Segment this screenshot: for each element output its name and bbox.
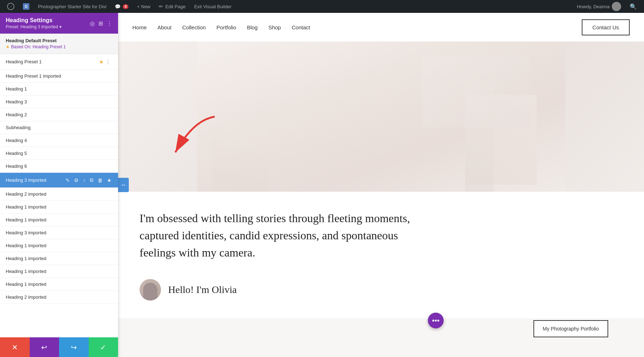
preset-item-label: Subheading xyxy=(6,125,112,130)
preset-item-label: Heading 1 imported xyxy=(6,282,112,287)
delete-icon[interactable]: 🗑 xyxy=(97,177,103,184)
nav-link-portfolio[interactable]: Portfolio xyxy=(216,24,236,30)
preset-item-label: Heading 1 imported xyxy=(6,204,112,210)
preset-item-label: Heading 1 imported xyxy=(6,217,112,222)
preset-item-label: Heading 1 xyxy=(6,86,112,92)
nav-link-about[interactable]: About xyxy=(157,24,171,30)
preset-item-heading-1-imported-3[interactable]: Heading 1 imported xyxy=(0,239,118,252)
website-preview: HomeAboutCollectionPortfolioBlogShopCont… xyxy=(118,13,644,357)
preset-item-label: Heading 6 xyxy=(6,163,112,169)
nav-link-blog[interactable]: Blog xyxy=(247,24,258,30)
svg-text:D: D xyxy=(25,5,27,9)
preset-item-heading-1-imported-5[interactable]: Heading 1 imported xyxy=(0,265,118,278)
preset-item-heading-6[interactable]: Heading 6 xyxy=(0,160,118,173)
site-content: I'm obsessed with telling stories throug… xyxy=(118,192,644,318)
preset-item-label: Heading 3 imported xyxy=(6,177,65,183)
default-star-icon: ★ xyxy=(6,44,10,49)
wordpress-logo[interactable] xyxy=(4,0,18,13)
default-preset-based-on: ★ Based On: Heading Preset 1 xyxy=(6,44,112,49)
preset-item-label: Heading 3 xyxy=(6,99,112,104)
panel-title: Heading Settings xyxy=(6,17,62,24)
preset-item-label: Heading Preset 1 imported xyxy=(6,73,112,79)
preset-item-label: Heading 2 imported xyxy=(6,294,112,300)
favorite-icon[interactable]: ★ xyxy=(106,177,112,184)
save-button[interactable]: ✓ xyxy=(89,337,118,357)
preset-item-heading-preset-1[interactable]: Heading Preset 1★⋮ xyxy=(0,54,118,70)
preset-list: Heading Preset 1★⋮Heading Preset 1 impor… xyxy=(0,54,118,337)
comment-count: 0 xyxy=(123,4,128,9)
user-avatar xyxy=(612,2,621,11)
panel-header-icons: ◎ ⊞ ⋮ xyxy=(90,20,112,27)
nav-links: HomeAboutCollectionPortfolioBlogShopCont… xyxy=(132,24,310,30)
left-panel: Heading Settings Preset: Heading 3 impor… xyxy=(0,13,118,357)
preset-item-label: Heading 2 imported xyxy=(6,191,112,197)
export-icon[interactable]: ↑ xyxy=(82,177,86,184)
portfolio-button[interactable]: My Photography Portfolio xyxy=(533,320,608,337)
preset-dots-menu[interactable]: ⋮ xyxy=(104,58,112,66)
redo-button[interactable]: ↪ xyxy=(59,337,89,357)
undo-button[interactable]: ↩ xyxy=(30,337,59,357)
nav-link-shop[interactable]: Shop xyxy=(268,24,281,30)
bottom-toolbar: ✕ ↩ ↪ ✓ xyxy=(0,337,118,357)
site-navigation: HomeAboutCollectionPortfolioBlogShopCont… xyxy=(118,13,644,41)
preset-item-label: Heading 2 xyxy=(6,112,112,117)
panel-preset-subtitle[interactable]: Preset: Heading 3 imported ▾ xyxy=(6,24,62,29)
nav-link-contact[interactable]: Contact xyxy=(292,24,310,30)
preset-item-label: Heading 1 imported xyxy=(6,269,112,274)
default-preset-title: Heading Default Preset xyxy=(6,38,112,43)
preset-item-heading-3-imported[interactable]: Heading 3 imported✎⚙↑⧉🗑★ xyxy=(0,173,118,188)
preset-item-heading-2[interactable]: Heading 2 xyxy=(0,108,118,121)
preset-item-subheading[interactable]: Subheading xyxy=(0,121,118,134)
preset-item-heading-4[interactable]: Heading 4 xyxy=(0,134,118,147)
preset-item-heading-2-imported-2[interactable]: Heading 2 imported xyxy=(0,291,118,304)
preset-item-label: Heading 1 imported xyxy=(6,243,112,248)
preset-item-heading-preset-1-imported[interactable]: Heading Preset 1 imported xyxy=(0,70,118,83)
olivia-avatar xyxy=(140,279,161,300)
preset-item-heading-1-imported-6[interactable]: Heading 1 imported xyxy=(0,278,118,291)
panel-header: Heading Settings Preset: Heading 3 impor… xyxy=(0,13,118,34)
preset-item-heading-2-imported-1[interactable]: Heading 2 imported xyxy=(0,188,118,201)
exit-builder-button[interactable]: Exit Visual Builder xyxy=(191,0,235,13)
nav-link-collection[interactable]: Collection xyxy=(182,24,206,30)
new-button[interactable]: + New xyxy=(133,0,154,13)
default-preset-section: Heading Default Preset ★ Based On: Headi… xyxy=(0,34,118,54)
preset-item-label: Heading 1 imported xyxy=(6,256,112,261)
preset-item-label: Heading 3 imported xyxy=(6,230,112,235)
preset-action-buttons: ✎⚙↑⧉🗑★ xyxy=(65,176,112,184)
contact-us-button[interactable]: Contact Us xyxy=(582,19,630,35)
edit-icon[interactable]: ✎ xyxy=(65,177,70,184)
hero-image-inner xyxy=(197,41,565,192)
nav-link-home[interactable]: Home xyxy=(132,24,147,30)
float-menu-button[interactable]: ••• xyxy=(428,313,444,328)
hero-shape-2 xyxy=(211,127,269,192)
three-dots-icon: ••• xyxy=(432,317,439,325)
more-options-icon[interactable]: ⋮ xyxy=(107,20,112,27)
preset-item-label: Heading Preset 1 xyxy=(6,59,99,64)
admin-search-icon[interactable]: 🔍 xyxy=(626,3,640,10)
admin-bar-right: Howdy, Deanna 🔍 xyxy=(573,2,640,11)
comments-link[interactable]: 💬 0 xyxy=(111,0,132,13)
preset-item-heading-3-imported-2[interactable]: Heading 3 imported xyxy=(0,226,118,239)
preset-item-heading-5[interactable]: Heading 5 xyxy=(0,147,118,160)
edit-page-button[interactable]: ✏ Edit Page xyxy=(155,0,189,13)
preset-star-icon[interactable]: ★ xyxy=(99,59,104,65)
duplicate-icon[interactable]: ⧉ xyxy=(89,176,94,184)
preset-item-label: Heading 4 xyxy=(6,138,112,143)
site-name[interactable]: Photographer Starter Site for Divi xyxy=(34,0,110,13)
preset-item-heading-1-imported-4[interactable]: Heading 1 imported xyxy=(0,252,118,265)
divi-icon[interactable]: D xyxy=(19,0,33,13)
resize-handle[interactable]: ↔ xyxy=(118,178,129,192)
preset-item-heading-1[interactable]: Heading 1 xyxy=(0,83,118,96)
eye-icon[interactable]: ◎ xyxy=(90,20,95,27)
grid-icon[interactable]: ⊞ xyxy=(98,20,103,27)
settings-icon[interactable]: ⚙ xyxy=(73,177,79,184)
preset-item-heading-3[interactable]: Heading 3 xyxy=(0,96,118,108)
admin-bar-left: D Photographer Starter Site for Divi 💬 0… xyxy=(4,0,573,13)
howdy-text: Howdy, Deanna xyxy=(573,2,625,11)
preset-item-heading-1-imported-1[interactable]: Heading 1 imported xyxy=(0,201,118,214)
hero-image xyxy=(118,41,644,192)
preset-item-label: Heading 5 xyxy=(6,151,112,156)
cancel-button[interactable]: ✕ xyxy=(0,337,30,357)
preset-item-heading-1-imported-2[interactable]: Heading 1 imported xyxy=(0,214,118,226)
panel-header-text: Heading Settings Preset: Heading 3 impor… xyxy=(6,17,62,29)
